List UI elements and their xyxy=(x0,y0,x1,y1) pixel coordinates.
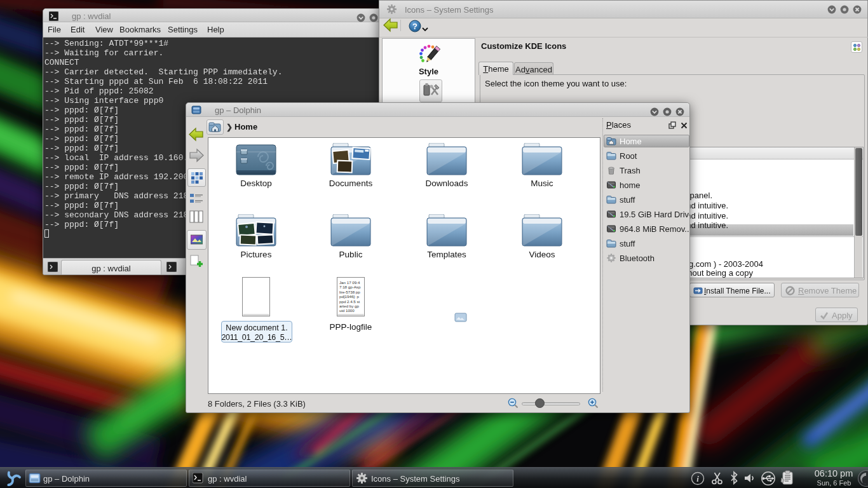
svg-text:i: i xyxy=(696,474,699,484)
svg-text:Jan 17 09:4: Jan 17 09:4 xyxy=(339,280,360,285)
svg-text:uid 1000: uid 1000 xyxy=(339,308,355,313)
svg-text:arted by gp: arted by gp xyxy=(339,304,360,308)
svg-text:pd[1946]: p: pd[1946]: p xyxy=(339,294,360,299)
svg-text:ppd 2.4.5 st: ppd 2.4.5 st xyxy=(339,299,360,304)
svg-text:?: ? xyxy=(412,22,417,31)
svg-text:lire-5738 pp: lire-5738 pp xyxy=(339,290,360,294)
svg-text:7:18 gp-Asp: 7:18 gp-Asp xyxy=(339,285,361,289)
